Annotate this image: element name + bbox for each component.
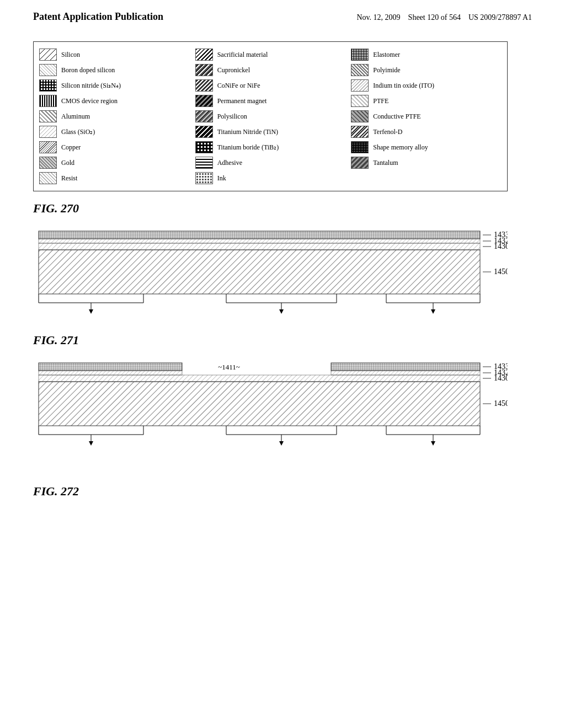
legend-label-silicon: Silicon (61, 51, 80, 59)
svg-rect-47 (39, 382, 480, 426)
legend-item-boron: Boron doped silicon (39, 64, 190, 76)
legend-label-terfenol: Terfenol-D (373, 128, 402, 136)
swatch-glass (39, 126, 57, 138)
legend-box: SiliconSacrificial materialElastomerBoro… (33, 41, 508, 191)
swatch-terfenol (351, 126, 369, 138)
legend-label-conductive-ptfe: Conductive PTFE (373, 113, 420, 121)
swatch-silicon-nitride (39, 79, 57, 92)
legend-item-cmos: CMOS device region (39, 95, 190, 107)
legend-label-cmos: CMOS device region (61, 97, 118, 105)
legend-grid: SiliconSacrificial materialElastomerBoro… (39, 49, 502, 184)
legend-label-resist: Resist (61, 174, 77, 183)
svg-marker-30 (431, 309, 435, 314)
fig272-label: FIG. 272 (33, 484, 532, 499)
swatch-ito (351, 79, 369, 92)
swatch-cmos (39, 95, 57, 107)
swatch-ptfe (351, 95, 369, 107)
svg-rect-14 (39, 250, 480, 294)
svg-marker-25 (279, 309, 284, 314)
legend-label-cupronickel: Cupronickel (217, 66, 250, 74)
svg-marker-20 (89, 309, 93, 314)
legend-item-gold: Gold (39, 157, 190, 169)
legend-item-glass: Glass (SiO₂) (39, 126, 190, 138)
ref-1450-271: 1450 (494, 267, 508, 276)
legend-item-terfenol: Terfenol-D (351, 126, 502, 138)
legend-item-permanent: Permanent magnet (195, 95, 346, 107)
legend-item-copper: Copper (39, 141, 190, 153)
ref-1450-272: 1450 (494, 399, 508, 408)
swatch-adhesive (195, 157, 213, 169)
legend-item-adhesive: Adhesive (195, 157, 346, 169)
swatch-boron (39, 64, 57, 76)
svg-rect-10 (39, 239, 480, 243)
svg-rect-8 (39, 231, 480, 239)
swatch-conife (195, 79, 213, 92)
svg-marker-63 (431, 441, 435, 446)
sheet-info: Sheet 120 of 564 (408, 13, 461, 22)
legend-label-conife: CoNiFe or NiFe (217, 82, 260, 90)
fig271-svg: 1433 1432 1430 1450 (33, 226, 508, 328)
svg-rect-42 (39, 371, 182, 375)
swatch-titanium-nitride (195, 126, 213, 138)
swatch-copper (39, 141, 57, 153)
legend-label-polysilicon: Polysilicon (217, 113, 247, 121)
ref-1430-271: 1430 (494, 242, 508, 250)
legend-item-sacrificial: Sacrificial material (195, 49, 346, 61)
publication-title: Patent Application Publication (33, 11, 163, 23)
svg-marker-53 (89, 441, 93, 446)
legend-item-silicon-nitride: Silicon nitride (Si₃N₄) (39, 79, 190, 92)
ref-1411: ~1411~ (218, 363, 240, 371)
legend-label-ink: Ink (217, 174, 226, 183)
legend-item-conife: CoNiFe or NiFe (195, 79, 346, 92)
legend-item-shape-memory: Shape memory alloy (351, 141, 502, 153)
legend-label-titanium-nitride: Titanium Nitride (TiN) (217, 128, 278, 136)
legend-item-cupronickel: Cupronickel (195, 64, 346, 76)
swatch-ink (195, 172, 213, 184)
swatch-cupronickel (195, 64, 213, 76)
legend-item-resist: Resist (39, 172, 190, 184)
ref-1430-272: 1430 (494, 374, 508, 382)
legend-item-conductive-ptfe: Conductive PTFE (351, 110, 502, 122)
legend-item-ito: Indium tin oxide (ITO) (351, 79, 502, 92)
page-header: Patent Application Publication Nov. 12, … (33, 11, 532, 25)
patent-num: US 2009/278897 A1 (468, 13, 532, 22)
svg-rect-43 (331, 371, 480, 375)
legend-item-titanium-boride: Titanium boride (TiB₂) (195, 141, 346, 153)
legend-label-sacrificial: Sacrificial material (217, 51, 268, 59)
legend-label-copper: Copper (61, 143, 81, 152)
swatch-conductive-ptfe (351, 110, 369, 122)
legend-label-elastomer: Elastomer (373, 51, 400, 59)
legend-item-ink: Ink (195, 172, 346, 184)
svg-rect-45 (39, 375, 480, 382)
svg-marker-58 (279, 441, 284, 446)
swatch-shape-memory (351, 141, 369, 153)
fig272-svg: 1433 1432 1430 1450 ~1411~ (33, 357, 508, 479)
legend-item-polysilicon: Polysilicon (195, 110, 346, 122)
fig271-container: 1433 1432 1430 1450 (33, 226, 532, 328)
swatch-aluminum (39, 110, 57, 122)
legend-label-gold: Gold (61, 159, 74, 167)
fig271-label: FIG. 271 (33, 333, 532, 347)
swatch-gold (39, 157, 57, 169)
fig272-container: 1433 1432 1430 1450 ~1411~ (33, 357, 532, 479)
legend-item-aluminum: Aluminum (39, 110, 190, 122)
legend-label-permanent: Permanent magnet (217, 97, 267, 105)
legend-item-ptfe: PTFE (351, 95, 502, 107)
legend-label-polyimide: Polyimide (373, 66, 400, 74)
legend-label-tantalum: Tantalum (373, 159, 398, 167)
legend-item-silicon: Silicon (39, 49, 190, 61)
pub-date: Nov. 12, 2009 (356, 13, 400, 22)
legend-item-elastomer: Elastomer (351, 49, 502, 61)
legend-label-ptfe: PTFE (373, 97, 388, 105)
legend-item-polyimide: Polyimide (351, 64, 502, 76)
swatch-polyimide (351, 64, 369, 76)
legend-label-adhesive: Adhesive (217, 159, 242, 167)
legend-item-titanium-nitride: Titanium Nitride (TiN) (195, 126, 346, 138)
swatch-tantalum (351, 157, 369, 169)
legend-label-shape-memory: Shape memory alloy (373, 143, 428, 152)
fig270-label: FIG. 270 (33, 201, 532, 216)
legend-label-ito: Indium tin oxide (ITO) (373, 82, 434, 90)
legend-label-glass: Glass (SiO₂) (61, 128, 95, 136)
swatch-titanium-boride (195, 141, 213, 153)
legend-label-aluminum: Aluminum (61, 113, 90, 121)
